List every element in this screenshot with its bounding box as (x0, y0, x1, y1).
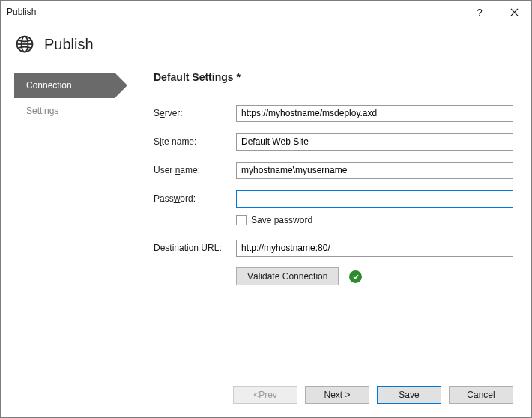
destination-input[interactable] (236, 240, 513, 257)
row-validate: Validate Connection (236, 267, 513, 285)
label-sitename: Site name: (154, 136, 236, 147)
server-input[interactable] (236, 105, 513, 122)
row-password: Password: (154, 190, 513, 208)
validation-success-icon (349, 270, 362, 283)
titlebar: Publish ? (1, 1, 531, 23)
prev-button: < Prev (233, 386, 297, 404)
username-input[interactable] (236, 162, 513, 179)
label-server: Server: (154, 108, 236, 118)
row-username: User name: (154, 161, 513, 179)
sitename-input[interactable] (236, 133, 513, 151)
row-destination: Destination URL: (154, 239, 513, 257)
label-destination: Destination URL: (154, 243, 236, 253)
step-label: Settings (26, 106, 58, 116)
globe-icon (14, 34, 35, 55)
help-button[interactable]: ? (462, 1, 497, 23)
form-panel: Default Settings * Server: Site name: Us… (127, 71, 513, 372)
step-connection[interactable]: Connection (14, 73, 115, 98)
window-title: Publish (7, 7, 462, 17)
close-button[interactable] (497, 1, 531, 23)
step-label: Connection (26, 80, 72, 91)
dialog-header: Publish (1, 23, 531, 71)
checkmark-icon (352, 273, 360, 280)
row-sitename: Site name: (154, 133, 513, 151)
next-button[interactable]: Next > (305, 386, 369, 404)
row-server: Server: (154, 104, 513, 122)
label-password: Password: (154, 193, 236, 204)
close-icon (510, 8, 519, 16)
password-input[interactable] (236, 190, 513, 208)
dialog-body: Connection Settings Default Settings * S… (1, 71, 531, 372)
wizard-sidebar: Connection Settings (14, 71, 127, 372)
step-settings[interactable]: Settings (14, 98, 127, 124)
cancel-button[interactable]: Cancel (449, 386, 513, 404)
label-username: User name: (154, 165, 236, 175)
validate-connection-button[interactable]: Validate Connection (236, 267, 339, 285)
publish-dialog: Publish ? Publish Connection Settings (0, 0, 532, 418)
header-title: Publish (44, 36, 94, 53)
save-button[interactable]: Save (377, 386, 441, 404)
row-save-password: Save password (236, 215, 513, 225)
label-save-password: Save password (251, 215, 312, 225)
dialog-footer: < Prev Next > Save Cancel (1, 372, 531, 417)
section-title: Default Settings * (154, 71, 513, 83)
save-password-checkbox[interactable] (236, 215, 247, 225)
